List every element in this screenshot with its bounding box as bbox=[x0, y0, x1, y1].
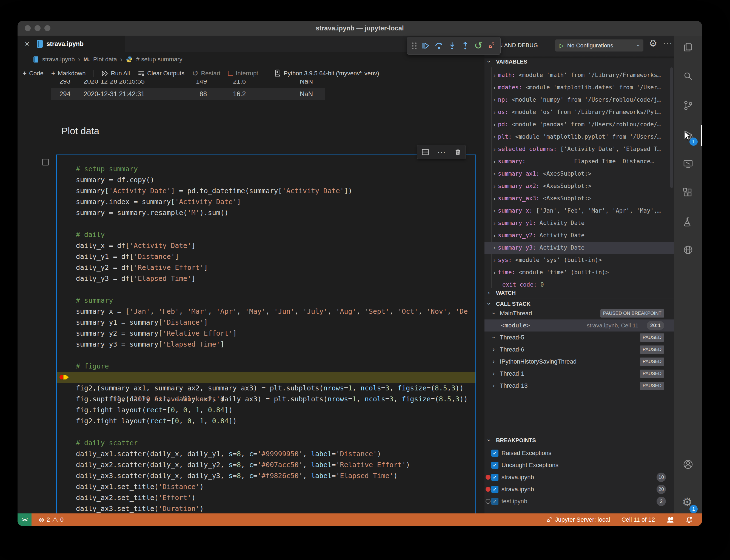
variable-row[interactable]: ›summary_y2: Activity Date bbox=[484, 229, 674, 241]
account-icon[interactable] bbox=[682, 458, 694, 470]
code-line[interactable]: daily_ax2.set_title('Effort') bbox=[57, 492, 475, 503]
step-into-button[interactable] bbox=[448, 41, 456, 50]
code-line[interactable]: daily_ax1.scatter(daily_x, daily_y1, s=8… bbox=[57, 448, 475, 459]
code-line[interactable]: summary = df.copy() bbox=[57, 175, 475, 185]
watch-section-header[interactable]: › WATCH bbox=[484, 289, 674, 299]
code-line[interactable]: # summary bbox=[57, 295, 475, 306]
cell-indicator[interactable]: Cell 11 of 12 bbox=[621, 516, 655, 523]
variable-row[interactable]: ›summary: Elapsed Time Distance… bbox=[484, 155, 674, 167]
code-line[interactable]: daily_ax3.scatter(daily_x, daily_y3, s=8… bbox=[57, 470, 475, 481]
code-line[interactable]: summary_y1 = summary['Distance'] bbox=[57, 317, 475, 328]
variable-row[interactable]: ›plt: <module 'matplotlib.pyplot' from '… bbox=[484, 131, 674, 143]
thread-row[interactable]: › Thread-1 PAUSED bbox=[484, 368, 674, 380]
thread-row[interactable]: › IPythonHistorySavingThread PAUSED bbox=[484, 356, 674, 368]
breakpoint-row[interactable]: ✓ strava.ipynb 20 bbox=[484, 483, 674, 495]
checkbox-checked-icon[interactable]: ✓ bbox=[491, 498, 498, 505]
code-line[interactable]: # figure bbox=[57, 361, 475, 372]
variable-row-selected[interactable]: ›summary_y3: Activity Date bbox=[484, 242, 674, 254]
code-line[interactable]: daily_x = df['Activity Date'] bbox=[57, 240, 475, 251]
restart-debug-button[interactable]: ↺ bbox=[474, 41, 483, 51]
restart-kernel-button[interactable]: ↺Restart bbox=[192, 69, 220, 78]
testing-beaker-icon[interactable] bbox=[682, 216, 694, 228]
code-line[interactable]: # setup summary bbox=[57, 164, 475, 175]
kernel-picker[interactable]: Python 3.9.5 64-bit ('myvenv': venv) bbox=[274, 69, 379, 78]
code-line[interactable]: fig.suptitle('2020 Strava Workouts') bbox=[57, 394, 475, 405]
breakpoint-row[interactable]: ✓ Uncaught Exceptions bbox=[484, 459, 674, 471]
code-line[interactable]: fig2.tight_layout(rect=[0, 0, 1, 0.84]) bbox=[57, 416, 475, 427]
explorer-icon[interactable] bbox=[682, 41, 694, 53]
search-icon[interactable] bbox=[682, 70, 694, 82]
code-line[interactable]: summary_y3 = summary['Elapsed Time'] bbox=[57, 339, 475, 350]
run-all-button[interactable]: Run All bbox=[101, 70, 130, 77]
breadcrumb-section[interactable]: Plot data bbox=[93, 56, 117, 63]
checkbox-checked-icon[interactable]: ✓ bbox=[491, 486, 498, 493]
code-line[interactable]: summary['Activity Date'] = pd.to_datetim… bbox=[57, 185, 475, 196]
breakpoint-current-line-icon[interactable] bbox=[59, 373, 70, 381]
jupyter-server-status[interactable]: Jupyter Server: local bbox=[546, 516, 610, 523]
checkbox-checked-icon[interactable]: ✓ bbox=[491, 450, 498, 457]
code-line[interactable]: daily_ax3.set_title('Duration') bbox=[57, 503, 475, 513]
breakpoint-row-disabled[interactable]: ✓ test.ipynb 2 bbox=[484, 495, 674, 507]
titlebar[interactable]: strava.ipynb — jupyter-local bbox=[18, 21, 702, 36]
debug-configuration-select[interactable]: ▷ No Configurations › bbox=[555, 39, 643, 52]
variable-row[interactable]: ›math: <module 'math' from '/Library/Fra… bbox=[484, 69, 674, 81]
code-line[interactable] bbox=[57, 350, 475, 361]
variable-row[interactable]: ›pd: <module 'pandas' from '/Users/roblo… bbox=[484, 118, 674, 130]
variable-row[interactable]: exit_code: 0 bbox=[484, 279, 674, 288]
thread-row-mainthread[interactable]: › MainThread PAUSED ON BREAKPOINT bbox=[484, 307, 674, 319]
source-control-icon[interactable] bbox=[682, 99, 694, 112]
code-cell[interactable]: # setup summary summary = df.copy() summ… bbox=[56, 155, 476, 513]
add-markdown-cell-button[interactable]: +Markdown bbox=[51, 69, 86, 78]
code-line[interactable]: daily_ax2.scatter(daily_x, daily_y2, s=8… bbox=[57, 459, 475, 470]
variable-row[interactable]: ›summary_ax1: <AxesSubplot:> bbox=[484, 168, 674, 180]
breakpoint-row[interactable]: ✓ strava.ipynb 10 bbox=[484, 471, 674, 483]
more-actions-icon[interactable]: ··· bbox=[437, 148, 446, 156]
code-line[interactable]: # daily scatter bbox=[57, 438, 475, 448]
code-line[interactable]: summary_x = ['Jan', 'Feb', 'Mar', 'Apr',… bbox=[57, 306, 475, 317]
variable-row[interactable]: ›sys: <module 'sys' (built-in)> bbox=[484, 254, 674, 266]
code-line[interactable]: fig.tight_layout(rect=[0, 0, 1, 0.84]) bbox=[57, 405, 475, 416]
interrupt-kernel-button[interactable]: Interrupt bbox=[228, 70, 258, 77]
code-line[interactable]: # daily bbox=[57, 229, 475, 240]
panel-more-actions-icon[interactable]: ··· bbox=[663, 38, 672, 47]
disconnect-button[interactable] bbox=[487, 42, 495, 50]
problems-indicator[interactable]: ⊗ 2 ⚠ 0 bbox=[39, 516, 64, 524]
close-tab-icon[interactable]: × bbox=[25, 40, 30, 48]
add-code-cell-button[interactable]: +Code bbox=[22, 69, 44, 78]
stack-frame-row-selected[interactable]: <module> strava.ipynb, Cell 11 20:1 bbox=[484, 319, 674, 332]
variables-section-header[interactable]: › VARIABLES bbox=[484, 58, 674, 67]
breadcrumb-cell[interactable]: # setup summary bbox=[136, 56, 183, 63]
code-line[interactable]: fig2,(summary_ax1, summary_ax2, summary_… bbox=[57, 383, 475, 394]
thread-row[interactable]: › Thread-13 PAUSED bbox=[484, 380, 674, 392]
remote-indicator[interactable]: >< bbox=[18, 513, 32, 526]
checkbox-checked-icon[interactable]: ✓ bbox=[491, 474, 498, 481]
split-cell-icon[interactable] bbox=[421, 148, 429, 156]
variable-row[interactable]: ›os: <module 'os' from '/Library/Framewo… bbox=[484, 106, 674, 118]
variable-row[interactable]: ›np: <module 'numpy' from '/Users/roblou… bbox=[484, 94, 674, 106]
code-line[interactable]: summary_y2 = summary['Relative Effort'] bbox=[57, 328, 475, 339]
tab-strava-ipynb[interactable]: × strava.ipynb bbox=[18, 36, 125, 52]
code-line[interactable] bbox=[57, 284, 475, 295]
delete-cell-icon[interactable] bbox=[454, 148, 462, 156]
code-line[interactable]: daily_y3 = df['Elapsed Time'] bbox=[57, 273, 475, 284]
step-out-button[interactable] bbox=[461, 41, 469, 50]
code-line[interactable] bbox=[57, 427, 475, 438]
code-line[interactable]: summary = summary.resample('M').sum() bbox=[57, 207, 475, 218]
variable-row[interactable]: ›summary_y1: Activity Date bbox=[484, 217, 674, 229]
clear-outputs-button[interactable]: Clear Outputs bbox=[138, 70, 184, 77]
variable-row[interactable]: ›summary_ax2: <AxesSubplot:> bbox=[484, 180, 674, 192]
variable-row[interactable]: ›time: <module 'time' (built-in)> bbox=[484, 266, 674, 278]
drag-handle-icon[interactable] bbox=[412, 42, 417, 49]
code-line[interactable]: daily_y1 = df['Distance'] bbox=[57, 251, 475, 262]
start-debug-icon[interactable]: ▷ bbox=[559, 42, 564, 49]
feedback-icon[interactable] bbox=[666, 516, 674, 524]
remote-explorer-icon[interactable] bbox=[682, 158, 694, 170]
debug-settings-gear-icon[interactable]: ⚙ bbox=[649, 38, 657, 49]
variable-row[interactable]: ›summary_x: ['Jan', 'Feb', 'Mar', 'Apr',… bbox=[484, 205, 674, 217]
variable-row[interactable]: ›mdates: <module 'matplotlib.dates' from… bbox=[484, 81, 674, 93]
continue-button[interactable] bbox=[421, 42, 430, 50]
breakpoints-section-header[interactable]: › BREAKPOINTS bbox=[484, 436, 674, 446]
scrollbar-thumb[interactable] bbox=[670, 67, 673, 188]
cell-collapse-toggle[interactable] bbox=[42, 159, 49, 165]
code-line[interactable]: daily_y2 = df['Relative Effort'] bbox=[57, 262, 475, 273]
